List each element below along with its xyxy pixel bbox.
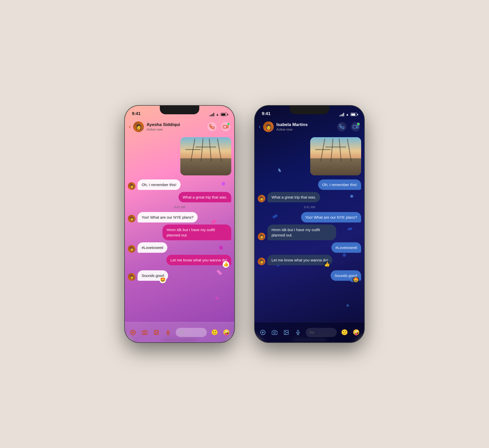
signal-icon-dark xyxy=(339,113,344,116)
msg-avatar-1: 👩 xyxy=(128,182,135,190)
gallery-button-light[interactable] xyxy=(152,328,160,337)
signal-bar-3 xyxy=(212,114,213,116)
battery-fill-light xyxy=(221,114,226,116)
bubble-text-d5: Hmm idk but I have my outfit planned out… xyxy=(271,228,320,237)
msg-avatar-d5: 👩 xyxy=(258,233,265,240)
message-row-4: 👩 Yoo! What are our NYE plans? xyxy=(128,212,231,222)
contact-avatar-dark[interactable]: 👩 xyxy=(263,121,274,132)
emoji-button-dark[interactable]: 🙂 xyxy=(340,328,348,337)
call-button-dark[interactable] xyxy=(337,122,346,131)
emoji-button-light[interactable]: 🙂 xyxy=(210,328,219,337)
signal-bar-d2 xyxy=(341,115,342,116)
video-button-dark[interactable] xyxy=(351,122,360,131)
contact-name-light: Ayesha Siddiqui xyxy=(146,122,205,127)
message-row-d7: 👩 Let me know what you wanna do! 👍 xyxy=(258,255,361,265)
video-button-light[interactable] xyxy=(221,122,230,131)
bubble-d5[interactable]: Hmm idk but I have my outfit planned out… xyxy=(267,225,336,240)
bubble-d7[interactable]: Let me know what you wanna do! 👍 xyxy=(267,255,332,265)
message-row-6: 👩 #Lovetoseeit xyxy=(128,242,231,253)
signal-icon-light xyxy=(210,113,214,116)
battery-fill-dark xyxy=(351,114,356,116)
message-row-d2: 👩 What a great trip that was. xyxy=(258,192,361,202)
bubble-1[interactable]: Oh, I remember this! xyxy=(138,179,181,190)
signal-bar-4 xyxy=(213,113,214,116)
status-icons-light: ▲ xyxy=(210,113,227,116)
svg-point-4 xyxy=(144,332,145,333)
msg-avatar-4: 👩 xyxy=(128,215,135,222)
msg-avatar-8: 👩 xyxy=(128,273,135,281)
signal-bar-1 xyxy=(210,115,210,116)
chat-header-dark: ‹ 👩 Isabela Martins Active now xyxy=(255,118,364,135)
reaction-8: 🤩 xyxy=(159,277,166,283)
message-row-d1: Oh, I remember this! xyxy=(258,179,361,190)
chat-toolbar-dark: Aa 🙂 🤪 xyxy=(255,322,364,342)
svg-point-15 xyxy=(285,331,286,332)
header-info-dark: Isabela Martins Active now xyxy=(276,122,335,131)
bubble-text-5: Hmm idk but I have my outfit planned out… xyxy=(167,228,215,237)
bubble-d6[interactable]: #Lovetoseeit xyxy=(331,242,361,253)
message-row-5: Hmm idk but I have my outfit planned out… xyxy=(128,225,231,240)
bubble-7[interactable]: Let me know what you wanna do! 👍 xyxy=(166,255,231,265)
chat-area-light: 👩 Oh, I remember this! What a great trip… xyxy=(125,135,234,322)
notch xyxy=(160,106,199,114)
bubble-d8[interactable]: Sounds good 🤩 xyxy=(331,270,361,281)
message-input-light[interactable]: Aa xyxy=(176,328,207,337)
msg-avatar-d2: 👩 xyxy=(258,195,265,202)
signal-bar-d3 xyxy=(342,114,343,116)
camera-button-light[interactable] xyxy=(141,328,149,337)
shared-image-container-light xyxy=(128,137,231,176)
status-icons-dark: ▲ xyxy=(339,113,357,116)
message-row-2: What a great trip that was. xyxy=(128,192,231,202)
call-button-light[interactable] xyxy=(207,122,216,131)
shared-image-light[interactable] xyxy=(180,137,231,175)
svg-rect-0 xyxy=(223,125,227,128)
message-row-7: Let me know what you wanna do! 👍 xyxy=(128,255,231,265)
message-input-dark[interactable]: Aa xyxy=(306,328,337,337)
chat-toolbar-light: Aa 🙂 🤪 xyxy=(125,322,234,342)
shared-image-dark[interactable] xyxy=(310,137,361,175)
plus-button-dark[interactable] xyxy=(259,328,267,337)
message-row-d5: 👩 Hmm idk but I have my outfit planned o… xyxy=(258,225,361,240)
shared-image-container-dark xyxy=(258,137,361,176)
message-row-d4: Yoo! What are our NYE plans? xyxy=(258,212,361,222)
bubble-6[interactable]: #Lovetoseeit xyxy=(138,242,167,253)
bubble-text-d6: #Lovetoseeit xyxy=(335,245,357,250)
gallery-button-dark[interactable] xyxy=(282,328,290,337)
mic-button-dark[interactable] xyxy=(294,328,302,337)
input-placeholder-light: Aa xyxy=(179,330,184,335)
msg-avatar-6: 👩 xyxy=(128,245,135,253)
battery-icon-dark xyxy=(350,113,357,116)
bubble-d1[interactable]: Oh, I remember this! xyxy=(318,179,361,190)
contact-status-dark: Active now xyxy=(276,128,335,131)
message-row-8: 👩 Sounds good 🤩 xyxy=(128,270,231,281)
contact-status-light: Active now xyxy=(146,128,205,131)
timestamp-dark: 9:41 AM xyxy=(258,205,361,209)
back-button-light[interactable]: ‹ xyxy=(129,123,131,130)
notch-dark xyxy=(290,106,329,114)
header-actions-light xyxy=(207,122,230,131)
signal-bar-d1 xyxy=(339,115,340,116)
mic-button-light[interactable] xyxy=(164,328,172,337)
contact-avatar-light[interactable]: 👩 xyxy=(133,121,144,132)
bubble-text-7: Let me know what you wanna do! xyxy=(170,258,227,262)
battery-icon-light xyxy=(221,113,227,116)
avatar-image-dark: 👩 xyxy=(263,121,274,132)
timestamp-light: 9:41 AM xyxy=(128,205,231,209)
plus-button-light[interactable] xyxy=(129,328,137,337)
phone-light: 9:41 ▲ ‹ 👩 xyxy=(125,106,234,342)
bubble-2[interactable]: What a great trip that was. xyxy=(179,192,231,202)
reaction-d7: 👍 xyxy=(324,261,330,268)
bubble-8[interactable]: Sounds good 🤩 xyxy=(138,270,168,281)
bubble-4[interactable]: Yoo! What are our NYE plans? xyxy=(138,212,198,222)
svg-rect-9 xyxy=(353,125,357,128)
sticker-button-light[interactable]: 🤪 xyxy=(222,328,230,337)
bubble-d2[interactable]: What a great trip that was. xyxy=(267,192,320,202)
bubble-5[interactable]: Hmm idk but I have my outfit planned out… xyxy=(162,225,231,240)
screen-dark: 9:41 ▲ ‹ 👩 xyxy=(255,106,364,342)
avatar-image-light: 👩 xyxy=(133,121,144,132)
back-button-dark[interactable]: ‹ xyxy=(259,123,261,130)
status-time-dark: 9:41 xyxy=(262,111,270,116)
camera-button-dark[interactable] xyxy=(270,328,279,337)
bubble-d4[interactable]: Yoo! What are our NYE plans? xyxy=(301,212,361,222)
sticker-button-dark[interactable]: 🤪 xyxy=(352,328,360,337)
